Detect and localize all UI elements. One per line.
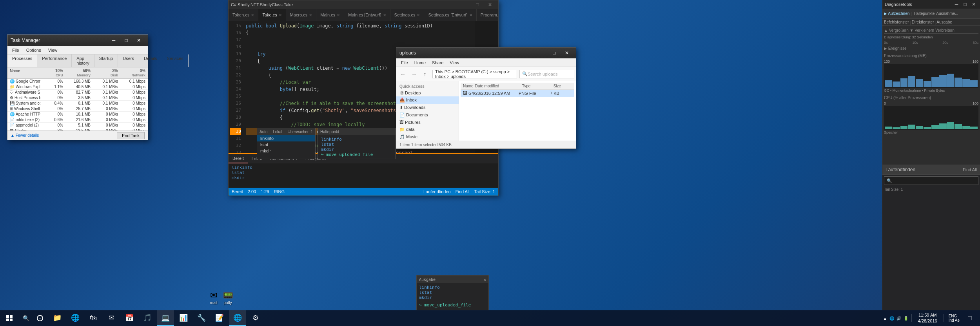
fe-sidebar-documents[interactable]: 📄 Documents <box>396 111 459 119</box>
cs-link[interactable]: ↪ move_uploaded_file <box>321 152 392 157</box>
bi-move-link[interactable]: ↪ move_uploaded_file <box>419 302 471 308</box>
tab-performance[interactable]: Performance <box>37 54 72 67</box>
fe-back-button[interactable]: ← <box>398 69 408 79</box>
tab-main-close[interactable]: ✕ <box>337 13 340 17</box>
show-desktop-button[interactable] <box>963 310 977 326</box>
fe-col-size[interactable]: Size <box>553 83 576 89</box>
tray-volume-icon[interactable]: 🔊 <box>897 316 901 321</box>
tab-take-close[interactable]: ✕ <box>279 13 282 17</box>
tab-settings-close[interactable]: ✕ <box>417 13 420 17</box>
diag-befehl[interactable]: Befehlsfenster <box>884 20 909 24</box>
taskbar-search-button[interactable]: 🔍 <box>19 310 33 326</box>
bi-window-controls[interactable]: ✕ <box>484 277 486 282</box>
taskbar-app-store[interactable]: 🛍 <box>85 310 102 326</box>
fe-sidebar-downloads[interactable]: ⬇ Downloads <box>396 104 459 111</box>
diag-minimize[interactable]: ─ <box>953 0 960 9</box>
tab-main[interactable]: Main.cs ✕ <box>316 9 344 21</box>
diag-toolbar-record[interactable]: ▶ Aufzeichnen <box>884 11 909 16</box>
fe-sidebar-data[interactable]: 📁 data <box>396 126 459 133</box>
taskbar-app-edge[interactable]: 🌐 <box>67 310 84 326</box>
fe-forward-button[interactable]: → <box>409 69 419 79</box>
tray-lang[interactable]: ENG Ind Ae <box>947 314 961 322</box>
ac-item-lstat[interactable]: lstat <box>257 141 315 148</box>
fe-col-type[interactable]: Type <box>521 83 553 89</box>
tab-macro[interactable]: Macro.cs ✕ <box>286 9 317 21</box>
diag-toolbar-haltepunkte[interactable]: Haltepunkte <box>914 11 935 16</box>
taskbar-app-task-mgr[interactable]: 📊 <box>175 310 192 326</box>
fe-address-bar[interactable]: This PC > BOOTCAMP (C:) > ssmpp > Inbox … <box>432 70 517 78</box>
taskbar-app-browser[interactable]: 🌐 <box>229 310 246 326</box>
fe-up-button[interactable]: ↑ <box>420 69 430 79</box>
fe-maximize-button[interactable]: □ <box>548 47 560 58</box>
fe-menu-view[interactable]: View <box>446 60 462 66</box>
fe-sidebar-inbox[interactable]: 📥 Inbox <box>396 96 459 104</box>
tray-chevron-icon[interactable]: ▲ <box>883 316 887 321</box>
minimize-button[interactable]: ─ <box>108 35 120 46</box>
fe-menu-home[interactable]: Home <box>411 60 429 66</box>
tab-startup[interactable]: Startup <box>94 54 118 67</box>
tab-token-close[interactable]: ✕ <box>251 13 254 17</box>
fe-sidebar-music[interactable]: 🎵 Music <box>396 133 459 141</box>
tab-processes[interactable]: Processes <box>7 54 37 67</box>
tab-settings[interactable]: Settings.cs ✕ <box>390 9 425 21</box>
taskbar-app-vs[interactable]: 💻 <box>157 310 174 326</box>
diag-maximize[interactable]: □ <box>961 0 969 9</box>
menu-file[interactable]: File <box>9 47 22 53</box>
col-disk[interactable]: 3%Disk <box>91 68 119 78</box>
tab-main-design-close[interactable]: ✕ <box>383 13 386 17</box>
tab-take[interactable]: Take.cs ✕ <box>258 9 286 21</box>
tab-main-design[interactable]: Main.cs [Entwurf] ✕ <box>344 9 390 21</box>
table-row[interactable]: 📄 mhtml.exe (2) 0.6% 21.6 MB 0 MB/s 0 Mb… <box>7 117 148 123</box>
tab-program[interactable]: Program.cs ✕ <box>477 9 498 21</box>
col-cpu[interactable]: 10%CPU <box>40 68 64 78</box>
diag-toolbar-ausnahme[interactable]: Ausnahme... <box>936 11 958 16</box>
fe-menu-share[interactable]: Share <box>429 60 446 66</box>
end-task-button[interactable]: End Task <box>117 132 145 139</box>
start-button[interactable] <box>0 310 19 326</box>
se-find-all[interactable]: Find All <box>963 167 977 172</box>
table-row[interactable]: 🛡 Antimalware Service Executable 0% 82.7… <box>7 90 148 95</box>
tray-network-icon[interactable]: 🌐 <box>889 316 894 321</box>
desktop-icon-putty[interactable]: 📟 putty <box>218 289 238 306</box>
tab-users[interactable]: Users <box>118 54 139 67</box>
fe-minimize-button[interactable]: ─ <box>536 47 548 58</box>
taskbar-app-calendar[interactable]: 📅 <box>121 310 138 326</box>
tray-battery-icon[interactable]: 🔋 <box>904 316 908 321</box>
ac-item-mkdir[interactable]: mkdir <box>257 148 315 154</box>
menu-options[interactable]: Options <box>23 47 44 53</box>
fe-search-box[interactable]: 🔍 Search uploads <box>519 70 574 78</box>
fe-close-button[interactable]: ✕ <box>561 47 573 58</box>
table-row[interactable]: 📁 Windows Explorer 1.1% 40.5 MB 0.1 MB/s… <box>7 84 148 90</box>
table-row[interactable]: ⊞ Windows Shell Experience Host 0% 25.7 … <box>7 106 148 112</box>
fe-col-name[interactable]: Name <box>462 83 474 89</box>
fe-menu-file[interactable]: File <box>398 60 411 66</box>
ac-item-linkinfo[interactable]: linkinfo <box>257 135 315 141</box>
table-row[interactable]: 📄 appmodel (2) 0% 5.1 MB 0 MB/s 0 Mbps <box>7 123 148 128</box>
taskbar-app-extra[interactable]: ⚙ <box>247 310 264 326</box>
tab-services[interactable]: Services <box>162 54 189 67</box>
maximize-button[interactable]: □ <box>120 35 132 46</box>
fewer-details-link[interactable]: ▲ Fewer details <box>11 133 39 138</box>
diag-ausgabe[interactable]: Ausgabe <box>936 20 952 24</box>
diag-direkt[interactable]: Direktfenster <box>912 20 934 24</box>
se-search-input[interactable]: 🔍 <box>884 176 978 185</box>
bp-tab-bereit[interactable]: Bereit <box>229 154 248 163</box>
fe-sidebar-desktop[interactable]: 🖥 Desktop <box>396 89 459 96</box>
col-memory[interactable]: 56%Memory <box>64 68 91 78</box>
cortana-button[interactable]: ○ <box>33 310 47 326</box>
diag-close[interactable]: ✕ <box>970 0 978 9</box>
col-network[interactable]: 0%Network <box>119 68 146 78</box>
fe-file-row[interactable]: 🖼 GetYis4KXI 4/28/2016 12:59 AM PNG File… <box>461 90 574 97</box>
taskbar-app-tools[interactable]: 🔧 <box>193 310 210 326</box>
table-row[interactable]: 🌐 Apache HTTP Server (32 bit) 0% 10.1 MB… <box>7 112 148 117</box>
tab-settings-design-close[interactable]: ✕ <box>469 13 472 17</box>
fe-sidebar-pictures[interactable]: 🖼 Pictures <box>396 119 459 126</box>
tab-token[interactable]: Token.cs ✕ <box>229 9 258 21</box>
menu-view[interactable]: View <box>45 47 61 53</box>
taskbar-app-explorer[interactable]: 📁 <box>49 310 66 326</box>
table-row[interactable]: ⚙ Host Process for Windows Tasks 0% 3.5 … <box>7 95 148 101</box>
tab-details[interactable]: Details <box>139 54 162 67</box>
table-row[interactable]: 💾 System and compressed memory 0.4% 0.1 … <box>7 101 148 106</box>
taskbar-app-sublime[interactable]: 📝 <box>211 310 228 326</box>
table-row[interactable]: 🌐 Google Chrome (32 bit) (2) 0% 160.3 MB… <box>7 79 148 84</box>
